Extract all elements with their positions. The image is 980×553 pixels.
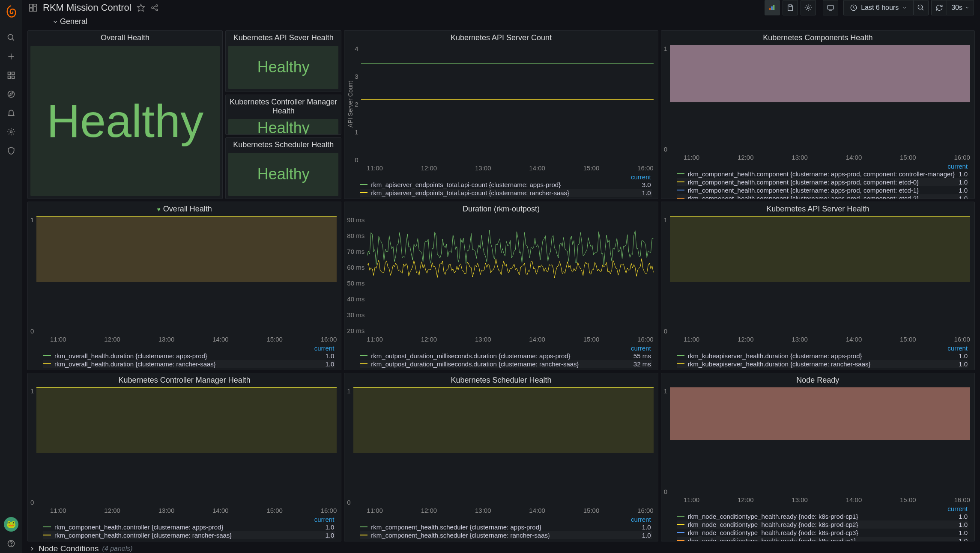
xaxis-tick: 16:00 <box>954 154 970 161</box>
save-button[interactable] <box>783 0 798 15</box>
legend-value: 1.0 <box>959 537 968 541</box>
legend-value: 32 ms <box>633 360 652 368</box>
svg-rect-43 <box>36 387 337 454</box>
legend-row[interactable]: rkm_outpost_duration_milliseconds.durati… <box>360 360 651 368</box>
legend-swatch <box>677 524 684 525</box>
legend-label: rkm_node_conditiontype_health.ready {nod… <box>688 529 955 536</box>
legend-row[interactable]: rkm_node_conditiontype_health.ready {nod… <box>677 529 968 537</box>
legend-row[interactable]: rkm_component_health.scheduler {clustern… <box>360 531 651 539</box>
plot[interactable] <box>361 45 654 164</box>
xaxis-tick: 12:00 <box>104 507 120 514</box>
time-range-button[interactable]: Last 6 hours <box>843 0 913 15</box>
svg-rect-15 <box>33 7 36 11</box>
panel-ctrl_health[interactable]: Kubernetes Controller Manager Health 10 … <box>27 373 341 541</box>
legend-row[interactable]: rkm_component_health.component {clustern… <box>677 178 968 186</box>
legend-label: rkm_component_health.controller {cluster… <box>54 523 322 531</box>
legend-row[interactable]: rkm_outpost_duration_milliseconds.durati… <box>360 352 651 360</box>
legend-row[interactable]: rkm_kubeapiserver_health.duration {clust… <box>677 360 968 368</box>
grafana-logo[interactable] <box>2 3 20 21</box>
panel-title: Kubernetes API Server Count <box>344 31 657 43</box>
legend-row[interactable]: rkm_kubeapiserver_health.duration {clust… <box>677 352 968 360</box>
legend-row[interactable]: rkm_node_conditiontype_health.ready {nod… <box>677 520 968 529</box>
legend-row[interactable]: rkm_component_health.component {clustern… <box>677 194 968 199</box>
legend-swatch <box>43 355 51 356</box>
legend-header: current <box>677 345 968 352</box>
legend-label: rkm_node_conditiontype_health.ready {nod… <box>688 513 955 520</box>
row-general-toggle[interactable]: General <box>52 17 87 26</box>
settings-button[interactable] <box>801 0 816 15</box>
panel-api_count[interactable]: Kubernetes API Server Count API Server C… <box>344 30 658 199</box>
panel-components[interactable]: Kubernetes Components Health 10 11:0012:… <box>661 30 975 199</box>
legend-row[interactable]: rkm_apiserver_endpoints_total.api-count … <box>360 181 651 189</box>
search-icon[interactable] <box>3 29 20 46</box>
add-panel-button[interactable] <box>765 0 780 15</box>
refresh-button[interactable] <box>931 0 947 15</box>
explore-icon[interactable] <box>3 86 20 103</box>
server-admin-icon[interactable] <box>3 142 20 159</box>
stat-value: Healthy <box>257 58 310 76</box>
xaxis-tick: 14:00 <box>846 496 862 503</box>
panel-api_health[interactable]: Kubernetes API Server Health 10 11:0012:… <box>661 202 975 370</box>
configuration-icon[interactable] <box>3 123 20 140</box>
time-range-label: Last 6 hours <box>861 4 899 12</box>
xaxis-tick: 14:00 <box>212 336 229 343</box>
legend-row[interactable]: rkm_component_health.controller {cluster… <box>43 523 335 531</box>
legend-row[interactable]: rkm_apiserver_endpoints_total.api-count … <box>360 189 651 197</box>
alerting-icon[interactable] <box>3 104 20 122</box>
yaxis: 90 ms80 ms70 ms60 ms50 ms40 ms30 ms20 ms <box>347 216 367 335</box>
panel-ctrl[interactable]: Kubernetes Controller Manager Health Hea… <box>225 95 341 135</box>
legend-value: 1.0 <box>325 352 335 360</box>
heart-icon: ♥ <box>157 206 160 213</box>
avatar[interactable]: 🐸 <box>4 517 18 532</box>
legend-swatch <box>677 355 684 356</box>
plot[interactable] <box>670 45 970 153</box>
panel-overall[interactable]: Overall Health Healthy <box>27 30 223 199</box>
svg-line-22 <box>153 8 156 9</box>
plot[interactable] <box>367 216 653 335</box>
panel-sched_health[interactable]: Kubernetes Scheduler Health 10 11:0012:0… <box>344 373 658 541</box>
legend-row[interactable]: rkm_component_health.component {clustern… <box>677 170 968 178</box>
row-node-conditions-toggle[interactable]: Node Conditions (4 panels) <box>27 544 975 553</box>
legend-row[interactable]: rkm_overall_health.duration {clustername… <box>43 360 335 368</box>
legend-row[interactable]: rkm_node_conditiontype_health.ready {nod… <box>677 512 968 520</box>
plot[interactable] <box>36 216 337 335</box>
xaxis-tick: 15:00 <box>266 507 283 514</box>
legend-value: 1.0 <box>642 523 652 531</box>
zoom-out-button[interactable] <box>913 0 929 15</box>
plot[interactable] <box>670 216 970 335</box>
share-icon[interactable] <box>150 3 159 12</box>
xaxis-tick: 13:00 <box>475 336 491 343</box>
svg-rect-13 <box>30 4 33 7</box>
help-icon[interactable] <box>3 535 20 552</box>
plot[interactable] <box>353 387 654 506</box>
legend-row[interactable]: rkm_node_conditiontype_health.ready {nod… <box>677 537 968 541</box>
legend-value: 1.0 <box>959 352 968 360</box>
dashboard-icon[interactable] <box>28 3 38 12</box>
legend-swatch <box>677 198 684 199</box>
xaxis-tick: 15:00 <box>900 336 916 343</box>
tv-mode-button[interactable] <box>823 0 838 15</box>
plus-icon[interactable] <box>3 48 20 65</box>
dashboards-icon[interactable] <box>3 67 20 84</box>
panel-sched[interactable]: Kubernetes Scheduler Health Healthy <box>225 137 341 199</box>
panel-title: Kubernetes API Sever Health <box>226 31 341 43</box>
legend-row[interactable]: rkm_overall_health.duration {clustername… <box>43 352 335 360</box>
svg-rect-25 <box>773 5 774 10</box>
panel-duration[interactable]: Duration (rkm-outpost) 90 ms80 ms70 ms60… <box>344 202 658 370</box>
panel-node_ready[interactable]: Node Ready 10 11:0012:0013:0014:0015:001… <box>661 373 975 541</box>
refresh-interval-button[interactable]: 30s <box>947 0 974 15</box>
xaxis-tick: 12:00 <box>104 336 120 343</box>
xaxis-tick: 13:00 <box>475 507 491 514</box>
star-icon[interactable] <box>137 3 145 12</box>
panel-api[interactable]: Kubernetes API Sever Health Healthy <box>225 30 341 92</box>
plot[interactable] <box>670 387 970 495</box>
legend-row[interactable]: rkm_component_health.component {clustern… <box>677 186 968 194</box>
panel-overall2[interactable]: ♥Overall Health 10 11:0012:0013:0014:001… <box>27 202 341 370</box>
legend-row[interactable]: rkm_component_health.controller {cluster… <box>43 531 335 539</box>
svg-rect-49 <box>670 387 970 440</box>
svg-rect-26 <box>789 5 792 6</box>
legend-swatch <box>43 535 51 535</box>
legend-row[interactable]: rkm_component_health.scheduler {clustern… <box>360 523 651 531</box>
legend-swatch <box>677 532 684 533</box>
plot[interactable] <box>36 387 337 506</box>
